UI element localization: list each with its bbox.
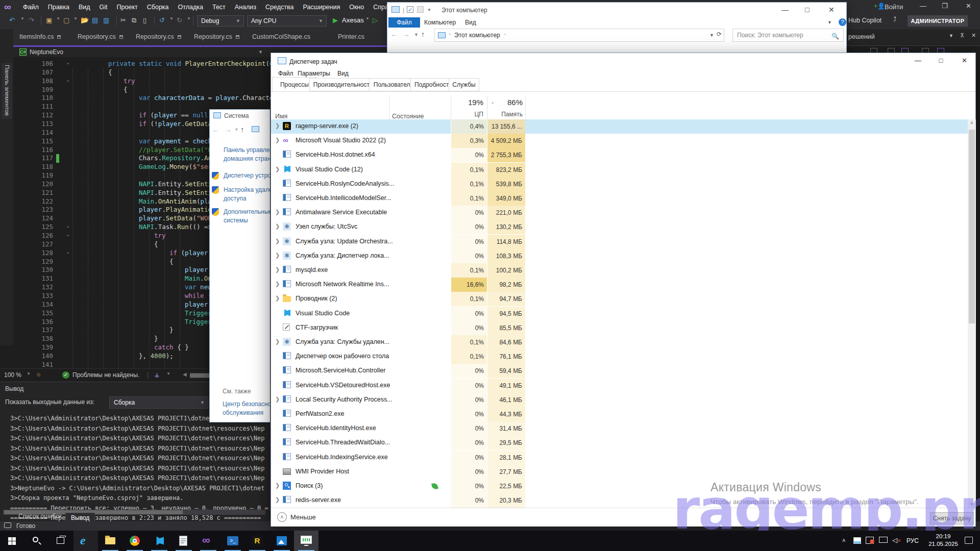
process-row[interactable]: ❯✱Служба узла: Службы удален...0,1%84,6 … — [271, 335, 968, 349]
taskbar-tbvscode[interactable] — [147, 531, 172, 551]
redo-icon[interactable]: ↻ — [177, 16, 182, 24]
expand-chevron-icon[interactable]: ❯ — [275, 338, 280, 345]
vs-menu-9[interactable]: Анализ — [230, 4, 261, 11]
navigate-forward-icon[interactable]: ↷ — [29, 16, 34, 24]
taskmgr-minimize-icon[interactable]: — — [906, 53, 929, 68]
breadcrumb-project[interactable]: NeptuneEvo — [30, 47, 63, 57]
advanced-settings-link2[interactable]: системы — [224, 217, 248, 224]
tray-network-icon[interactable] — [879, 537, 888, 543]
vs-signin[interactable]: Войти — [885, 3, 903, 11]
up-icon[interactable]: ↑ — [240, 125, 244, 134]
process-row[interactable]: Microsoft.ServiceHub.Controller0%59,4 МБ — [271, 364, 968, 378]
remote-access-link[interactable]: Настройка удаленного — [224, 186, 270, 193]
taskmgr-tab-5[interactable]: Службы — [449, 78, 479, 91]
process-row[interactable]: Visual Studio Code0%94,5 МБ — [271, 307, 968, 321]
expand-chevron-icon[interactable]: ❯ — [275, 266, 280, 273]
control-panel-home-link[interactable]: Панель управления — — [224, 146, 270, 154]
document-tab[interactable]: Printer.cs — [333, 29, 382, 45]
taskbar-start[interactable] — [0, 531, 24, 551]
vs-menu-4[interactable]: Git — [95, 4, 112, 11]
taskmgr-tab-2[interactable]: Производительность — [309, 78, 377, 91]
document-tab[interactable]: Repository.cs — [131, 29, 188, 45]
nav-forward-icon[interactable]: → — [403, 30, 410, 38]
taskbar-taskview[interactable] — [49, 531, 74, 551]
advanced-settings-link[interactable]: Дополнительные параметры — [224, 208, 270, 215]
taskbar-powershell[interactable]: >_ — [220, 531, 245, 551]
admin-badge[interactable]: АДМИНИСТРАТОР — [908, 15, 968, 27]
tray-clock[interactable]: 20:19 21.05.2025 — [928, 533, 959, 548]
qat-properties-icon[interactable]: ✓ — [407, 6, 413, 13]
ribbon-file-tab[interactable]: Файл — [388, 17, 420, 28]
code-cleanup-icon[interactable]: ⚶ — [154, 371, 159, 379]
process-row[interactable]: ❯Antimalware Service Executable0%221,0 М… — [271, 206, 968, 220]
vs-menu-6[interactable]: Сборка — [142, 4, 174, 11]
back-icon[interactable]: ← — [212, 125, 219, 134]
process-row[interactable]: ❯Local Security Authority Process...0%46… — [271, 393, 968, 407]
pin-icon[interactable] — [119, 35, 123, 39]
search-icon[interactable]: 🔍 — [831, 30, 839, 42]
navigate-back-icon[interactable]: ↶ — [9, 16, 15, 24]
address-breadcrumb[interactable]: Этот компьютер — [454, 32, 500, 39]
vs-restore-icon[interactable]: ❐ — [942, 2, 948, 10]
process-row[interactable]: PerfWatson2.exe0%44,3 МБ — [271, 407, 968, 421]
expand-chevron-icon[interactable]: ❯ — [275, 496, 280, 503]
save-icon[interactable]: ▤ — [92, 16, 98, 24]
taskbar-photos[interactable] — [270, 531, 294, 551]
output-source-dropdown[interactable]: Сборка▼ — [109, 396, 208, 409]
help-icon[interactable]: ? — [839, 18, 846, 26]
tray-ime-icon[interactable] — [853, 537, 861, 544]
process-row[interactable]: Диспетчер окон рабочего стола0,1%76,1 МБ — [271, 349, 968, 364]
process-row[interactable]: ❯✱Узел службы: UtcSvc0%130,2 МБ — [271, 220, 968, 234]
scroll-left-icon[interactable]: ◀ — [183, 371, 187, 377]
address-bar[interactable]: › Этот компьютер › ▼ ⟳ — [434, 29, 724, 42]
process-row[interactable]: ❯Visual Studio Code (12)0,1%823,2 МБ — [271, 163, 968, 177]
solution-config-dropdown[interactable]: Debug▼ — [197, 15, 244, 27]
start-debug-icon[interactable]: ▶ — [333, 16, 338, 24]
qat-newfolder-icon[interactable] — [417, 6, 424, 13]
process-row[interactable]: ❯mysqld.exe0,1%100,2 МБ — [271, 263, 968, 278]
taskbar-tbragemp[interactable]: R — [245, 531, 270, 551]
fold-chevron-icon[interactable]: ⌄ — [64, 232, 71, 237]
explorer-close-icon[interactable]: ✕ — [828, 6, 835, 14]
document-tab[interactable]: Repository.cs — [72, 29, 130, 45]
copy-icon[interactable]: ⧉ — [132, 16, 136, 24]
security-center-link2[interactable]: обслуживания — [223, 409, 263, 416]
expand-chevron-icon[interactable]: ❯ — [275, 396, 280, 403]
vs-menu-3[interactable]: Вид — [74, 4, 95, 11]
vs-minimize-icon[interactable]: — — [920, 2, 926, 10]
process-row[interactable]: ServiceHub.RoslynCodeAnalysis...0,1%539,… — [271, 177, 968, 191]
tray-security-icon[interactable]: ! — [866, 537, 874, 544]
fold-chevron-icon[interactable]: ⌄ — [64, 77, 71, 83]
document-tab[interactable]: CustomColShape.cs — [247, 29, 320, 45]
document-tab[interactable]: Repository.cs — [189, 29, 246, 45]
process-row[interactable]: ServiceHub.IdentityHost.exe0%31,4 МБ — [271, 421, 968, 436]
chevron-down-icon[interactable]: ▼ — [258, 47, 263, 57]
expand-chevron-icon[interactable]: ❯ — [275, 295, 280, 302]
nav-up-icon[interactable]: ↑ — [421, 30, 425, 38]
paste-icon[interactable]: ▯ — [143, 16, 146, 24]
expand-chevron-icon[interactable]: ❯ — [275, 166, 280, 172]
taskbar-tbtaskmgr[interactable] — [294, 531, 318, 551]
tray-notifications-icon[interactable] — [965, 537, 973, 544]
process-row[interactable]: ServiceHub.ThreadedWaitDialo...0%29,5 МБ — [271, 436, 968, 450]
remote-access-link2[interactable]: доступа — [224, 195, 246, 202]
col-mem-pct[interactable]: 86% — [488, 98, 523, 107]
chevron-down-icon[interactable]: ▼ — [234, 127, 239, 132]
col-mem[interactable]: Память — [488, 111, 523, 118]
vs-menu-7[interactable]: Отладка — [174, 4, 208, 11]
expand-chevron-icon[interactable]: ❯ — [275, 281, 280, 287]
zoom-dropdown[interactable]: 100 % — [4, 371, 21, 379]
taskbar-chrome[interactable] — [122, 531, 147, 551]
taskbar-ie[interactable]: e — [74, 531, 98, 551]
nav-history-icon[interactable]: ▼ — [414, 32, 419, 37]
solution-platform-dropdown[interactable]: Any CPU▼ — [247, 15, 327, 27]
cut-icon[interactable]: ✂ — [120, 16, 126, 24]
explorer-search-input[interactable]: Поиск: Этот компьютер 🔍 — [732, 29, 844, 42]
fold-chevron-icon[interactable]: ⌄ — [64, 223, 71, 229]
ribbon-expand-icon[interactable]: ▼ — [827, 17, 832, 28]
pin-icon[interactable] — [236, 35, 239, 39]
tray-language[interactable]: РУС — [906, 537, 919, 544]
open-folder-icon[interactable]: 📂 — [81, 16, 89, 24]
feedback-icon[interactable] — [4, 522, 11, 528]
taskmgr-maximize-icon[interactable]: □ — [929, 53, 952, 68]
